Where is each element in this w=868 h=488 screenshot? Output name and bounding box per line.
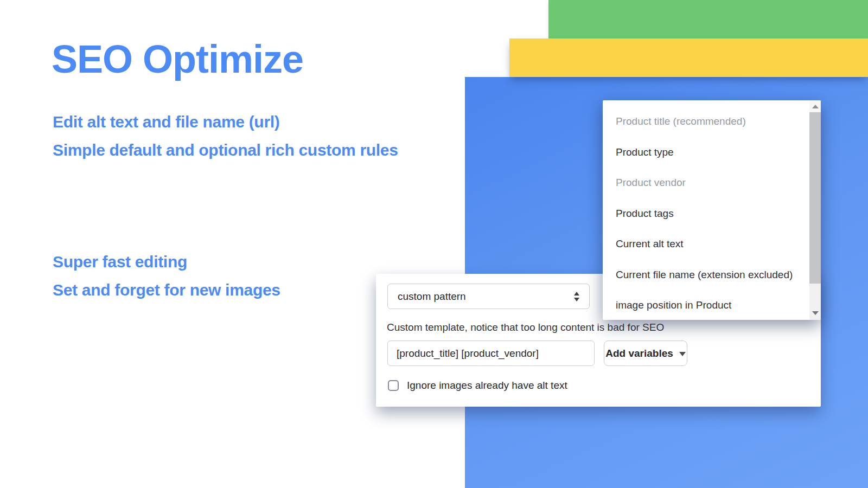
dropdown-scrollbar[interactable] — [809, 100, 821, 320]
pattern-select[interactable]: custom pattern — [387, 284, 590, 309]
dropdown-item-product-type[interactable]: Product type — [603, 137, 809, 168]
add-variables-button[interactable]: Add variables — [604, 341, 687, 366]
dropdown-item-image-position[interactable]: image position in Product — [603, 290, 809, 320]
scroll-up-icon — [812, 105, 819, 108]
template-input[interactable] — [387, 341, 595, 366]
scrollbar-thumb[interactable] — [809, 112, 821, 284]
feature-set-and-forget: Set and forget for new images — [53, 276, 280, 304]
add-variables-label: Add variables — [605, 348, 673, 359]
yellow-block — [509, 38, 868, 77]
feature-edit-alt-text: Edit alt text and file name (url) — [53, 108, 398, 136]
dropdown-item-product-vendor[interactable]: Product vendor — [603, 168, 809, 198]
green-block — [548, 0, 868, 38]
chevron-down-icon — [679, 352, 686, 356]
page-title: SEO Optimize — [52, 37, 303, 81]
dropdown-item-current-file-name[interactable]: Current file name (extension excluded) — [603, 260, 809, 291]
scroll-up-button[interactable] — [809, 100, 821, 112]
feature-simple-default: Simple default and optional rich custom … — [53, 136, 398, 164]
feature-list-top: Edit alt text and file name (url) Simple… — [53, 108, 398, 164]
ignore-alt-checkbox[interactable] — [388, 380, 399, 391]
ignore-alt-row: Ignore images already have alt text — [388, 378, 567, 393]
dropdown-item-product-tags[interactable]: Product tags — [603, 198, 809, 229]
feature-super-fast: Super fast editing — [53, 248, 280, 276]
feature-list-bottom: Super fast editing Set and forget for ne… — [53, 248, 280, 304]
select-updown-icon — [574, 292, 579, 301]
ignore-alt-label: Ignore images already have alt text — [407, 380, 567, 391]
pattern-select-value: custom pattern — [398, 291, 574, 303]
template-label: Custom template, notice that too long co… — [387, 322, 664, 333]
dropdown-item-product-title[interactable]: Product title (recommended) — [603, 106, 809, 137]
variables-dropdown-panel: Product title (recommended) Product type… — [603, 100, 821, 320]
scroll-down-button[interactable] — [809, 308, 821, 318]
dropdown-item-current-alt-text[interactable]: Current alt text — [603, 229, 809, 260]
scroll-down-icon — [812, 311, 819, 315]
